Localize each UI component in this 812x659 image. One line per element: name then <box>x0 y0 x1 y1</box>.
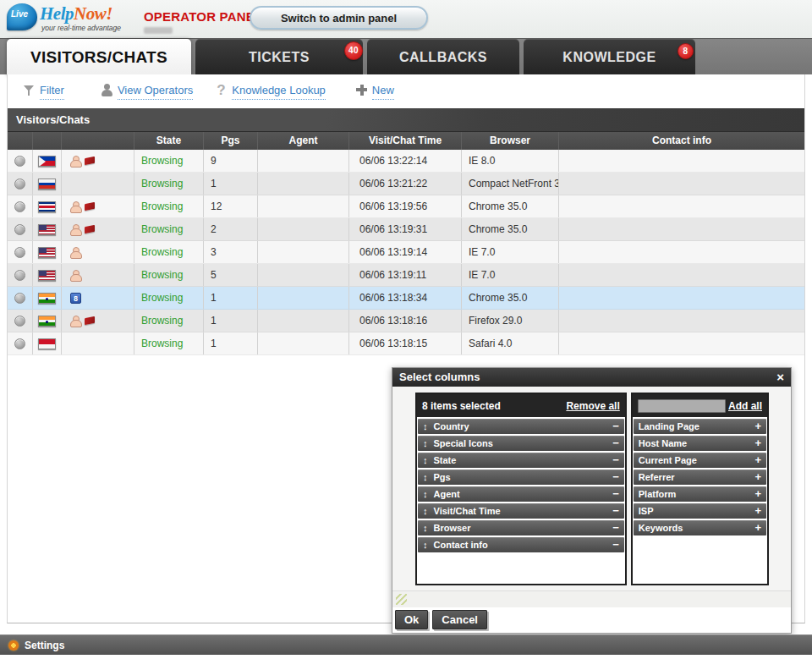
remove-column-icon[interactable]: − <box>612 520 619 535</box>
remove-column-icon[interactable]: − <box>612 470 619 485</box>
column-item-label: Current Page <box>639 455 697 465</box>
col-header-state[interactable]: State <box>134 132 204 150</box>
filter-button[interactable]: Filter <box>23 84 64 100</box>
move-handle-icon[interactable]: ↕ <box>423 506 428 516</box>
knowledge-lookup-button[interactable]: Knowledge Lookup <box>215 84 326 100</box>
visitor-row[interactable]: Browsing 3 06/06 13:19:14 IE 7.0 <box>8 241 804 264</box>
move-handle-icon[interactable]: ↕ <box>423 540 428 550</box>
add-all-link[interactable]: Add all <box>728 400 762 412</box>
pages-count-cell: 1 <box>204 173 258 195</box>
tickets-count-badge: 40 <box>344 41 363 60</box>
column-item[interactable]: Current Page+ <box>634 453 766 468</box>
column-item[interactable]: Host Name+ <box>634 436 766 451</box>
person-icon <box>70 315 81 327</box>
add-column-icon[interactable]: + <box>754 453 761 468</box>
column-item[interactable]: Keywords+ <box>634 520 766 535</box>
tab-visitors-chats[interactable]: VISITORS/CHATS <box>7 39 191 75</box>
move-handle-icon[interactable]: ↕ <box>423 438 428 448</box>
switch-to-admin-panel-button[interactable]: Switch to admin panel <box>250 6 428 30</box>
add-column-icon[interactable]: + <box>754 520 761 535</box>
settings-bar[interactable]: Settings <box>0 634 812 655</box>
browser-cell: IE 7.0 <box>462 264 559 286</box>
visitor-row[interactable]: Browsing 1 06/06 13:18:15 Safari 4.0 <box>8 332 804 355</box>
visitor-row[interactable]: Browsing 1 06/06 13:21:22 Compact NetFro… <box>8 173 804 195</box>
add-column-icon[interactable]: + <box>754 419 761 434</box>
operator-panel-app: Live HelpNow! your real-time advantage O… <box>0 0 812 659</box>
visitor-row[interactable]: Browsing 9 06/06 13:22:14 IE 8.0 <box>8 150 804 173</box>
selected-count-label: 8 items selected <box>422 400 501 412</box>
state-cell: Browsing <box>134 287 204 309</box>
visitor-row[interactable]: Browsing 12 06/06 13:19:56 Chrome 35.0 <box>8 195 804 218</box>
red-flag-icon <box>84 223 96 235</box>
operator-person-icon <box>100 84 113 96</box>
row-radio-button[interactable] <box>14 316 25 327</box>
column-item-label: ISP <box>639 506 654 516</box>
cancel-button[interactable]: Cancel <box>432 610 487 629</box>
col-header-agent[interactable]: Agent <box>258 132 349 150</box>
state-cell: Browsing <box>134 332 204 354</box>
column-item[interactable]: ↕Agent− <box>418 486 624 502</box>
col-header-pgs[interactable]: Pgs <box>204 132 258 150</box>
person-icon <box>70 269 81 282</box>
col-header-browser[interactable]: Browser <box>462 132 559 150</box>
col-header-contact-info[interactable]: Contact info <box>559 132 804 150</box>
column-item[interactable]: ISP+ <box>634 503 766 519</box>
new-button[interactable]: New <box>355 84 394 100</box>
remove-column-icon[interactable]: − <box>612 503 619 519</box>
column-item[interactable]: ↕Visit/Chat Time− <box>418 503 624 519</box>
column-search-input[interactable] <box>638 399 726 413</box>
special-icons-cell <box>62 332 134 354</box>
tab-knowledge[interactable]: KNOWLEDGE8 <box>524 39 695 75</box>
browser-cell: Compact NetFront 3.8 <box>462 173 559 195</box>
col-header-visit-chat-time[interactable]: Visit/Chat Time <box>349 132 462 150</box>
remove-all-link[interactable]: Remove all <box>566 400 619 412</box>
remove-column-icon[interactable]: − <box>612 537 619 552</box>
column-item[interactable]: Landing Page+ <box>634 419 766 434</box>
row-radio-button[interactable] <box>14 178 25 189</box>
column-item[interactable]: ↕Browser− <box>418 520 624 535</box>
close-icon[interactable]: × <box>776 368 784 387</box>
column-item[interactable]: ↕Contact info− <box>418 537 624 552</box>
move-handle-icon[interactable]: ↕ <box>423 421 428 431</box>
row-radio-button[interactable] <box>14 247 25 258</box>
visitor-row[interactable]: Browsing 1 06/06 13:18:16 Firefox 29.0 <box>8 310 804 332</box>
add-column-icon[interactable]: + <box>754 436 761 451</box>
visitor-row[interactable]: 8 Browsing 1 06/06 13:18:34 Chrome 35.0 <box>8 287 804 310</box>
column-item-label: Agent <box>434 489 460 499</box>
dialog-title-bar[interactable]: Select columns × <box>392 368 791 387</box>
visitor-row[interactable]: Browsing 5 06/06 13:19:11 IE 7.0 <box>8 264 804 287</box>
person-icon <box>70 155 81 167</box>
add-column-icon[interactable]: + <box>754 503 761 519</box>
move-handle-icon[interactable]: ↕ <box>423 523 428 533</box>
row-radio-button[interactable] <box>14 201 25 212</box>
row-radio-button[interactable] <box>14 224 25 235</box>
column-item[interactable]: Referrer+ <box>634 470 766 485</box>
row-radio-button[interactable] <box>14 270 25 281</box>
visitor-row[interactable]: Browsing 2 06/06 13:19:31 Chrome 35.0 <box>8 218 804 241</box>
contact-info-cell <box>559 173 804 195</box>
column-item[interactable]: ↕Special Icons− <box>418 436 624 451</box>
remove-column-icon[interactable]: − <box>612 486 619 502</box>
remove-column-icon[interactable]: − <box>612 419 619 434</box>
column-item[interactable]: ↕State− <box>418 453 624 468</box>
remove-column-icon[interactable]: − <box>612 436 619 451</box>
add-column-icon[interactable]: + <box>754 470 761 485</box>
row-radio-button[interactable] <box>14 293 25 304</box>
move-handle-icon[interactable]: ↕ <box>423 472 428 482</box>
move-handle-icon[interactable]: ↕ <box>423 489 428 499</box>
ok-button[interactable]: Ok <box>395 610 428 629</box>
column-item[interactable]: ↕Pgs− <box>418 470 624 485</box>
add-column-icon[interactable]: + <box>754 486 761 502</box>
tab-callbacks[interactable]: CALLBACKS <box>367 39 519 75</box>
row-radio-button[interactable] <box>14 338 25 349</box>
col-header-select <box>8 132 33 150</box>
remove-column-icon[interactable]: − <box>612 453 619 468</box>
column-item[interactable]: ↕Country− <box>418 419 624 434</box>
resize-handle[interactable] <box>396 594 407 605</box>
move-handle-icon[interactable]: ↕ <box>423 455 428 465</box>
tab-tickets[interactable]: TICKETS40 <box>195 39 363 75</box>
view-operators-button[interactable]: View Operators <box>100 84 193 100</box>
visit-chat-time-cell: 06/06 13:19:14 <box>349 241 462 263</box>
column-item[interactable]: Platform+ <box>634 486 766 502</box>
row-radio-button[interactable] <box>14 156 25 167</box>
